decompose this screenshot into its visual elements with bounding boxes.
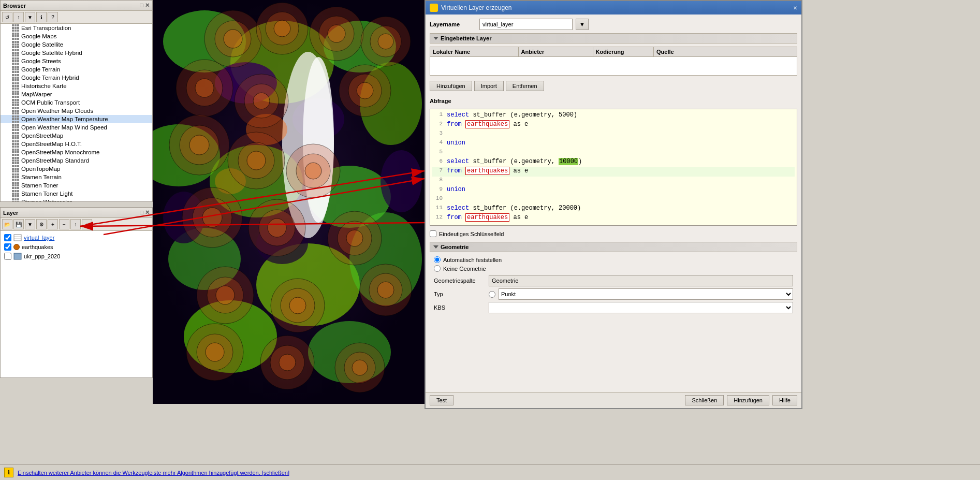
layer-up-btn[interactable]: ↑ [70,219,81,229]
browser-refresh-btn[interactable]: ↺ [2,12,12,22]
layer-item-earthquakes[interactable]: earthquakes [3,242,150,252]
stamen-toner-icon [12,182,19,189]
browser-item-google-satellite[interactable]: Google Satellite [1,40,152,49]
svg-point-21 [381,150,422,212]
col-quelle: Quelle [654,47,797,56]
browser-item-google-terrain[interactable]: Google Terrain [1,65,152,74]
browser-item-osm-standard[interactable]: OpenStreetMap Standard [1,156,152,165]
layer-ukr-checkbox[interactable] [4,253,11,260]
help-btn[interactable]: Hilfe [772,395,797,405]
svg-point-38 [378,34,393,49]
browser-item-owm-temperature[interactable]: Open Weather Map Temperature [1,115,152,123]
status-message[interactable]: Einschalten weiterer Anbieter können die… [18,470,976,476]
browser-item-google-satellite-hybrid[interactable]: Google Satellite Hybrid [1,49,152,57]
layer-open-btn[interactable]: 📂 [2,219,12,229]
geo-type-row: Typ Punkt [434,288,793,300]
svg-point-62 [268,219,286,237]
browser-filter-btn[interactable]: ▼ [25,12,35,22]
browser-item-owm-clouds[interactable]: Open Weather Map Clouds [1,107,152,115]
browser-toolbar: ↺ ↑ ▼ ℹ ? [1,11,152,24]
layer-remove-btn[interactable]: − [59,219,69,229]
svg-rect-0 [14,235,21,241]
layer-settings-btn[interactable]: ⚙ [36,219,47,229]
query-editor[interactable]: 1 select st_buffer (e.geometry, 5000) 2 … [430,109,797,226]
browser-item-stamen-toner[interactable]: Stamen Toner [1,181,152,190]
layer-name-dropdown-btn[interactable]: ▼ [576,19,589,30]
query-line-7: 7 from earthquakes as e [432,167,795,177]
browser-item-esri-transportation[interactable]: Esri Transportation [1,24,152,32]
layer-earthquakes-icon [13,244,20,250]
geo-col-input[interactable] [489,275,793,286]
browser-item-google-streets[interactable]: Google Streets [1,57,152,65]
ocm-icon [12,99,19,106]
browser-item-owm-wind[interactable]: Open Weather Map Wind Speed [1,123,152,132]
map-area[interactable] [153,0,425,404]
browser-minimize-btn[interactable]: □ [140,2,143,9]
browser-item-historische-karte[interactable]: Historische Karte [1,82,152,90]
close-btn[interactable]: Schließen [685,395,724,405]
query-line-4: 4 union [432,139,795,149]
browser-collapse-btn[interactable]: ↑ [13,12,24,22]
svg-point-32 [274,20,290,37]
geo-type-radio[interactable] [489,291,495,298]
svg-point-65 [346,230,363,246]
browser-item-osm-hot[interactable]: OpenStreetMap H.O.T. [1,140,152,148]
layer-titlebar: Layer □ ✕ [1,208,152,218]
browser-item-opentopomap[interactable]: OpenTopoMap [1,165,152,173]
embedded-section-label: Eingebettete Layer [441,35,491,41]
test-btn[interactable]: Test [430,395,454,405]
osm-mono-icon [12,149,19,156]
layer-item-ukr[interactable]: ukr_ppp_2020 [3,252,150,261]
unique-key-checkbox[interactable] [430,230,436,237]
browser-close-btn[interactable]: ✕ [145,2,150,9]
layer-ukr-icon [13,253,22,260]
browser-item-stamen-toner-light[interactable]: Stamen Toner Light [1,190,152,198]
geo-kbs-select[interactable] [489,302,793,313]
geo-type-select[interactable]: Punkt [499,288,793,300]
table-body [430,57,797,75]
layer-close-btn[interactable]: ✕ [145,209,150,216]
layer-name-input[interactable] [479,19,573,30]
browser-item-osm-mono[interactable]: OpenStreetMap Monochrome [1,148,152,156]
embedded-table: Lokaler Name Anbieter Kodierung Quelle [430,47,797,76]
hinzufuegen-btn[interactable]: Hinzufügen [430,81,472,91]
browser-item-mapwarper[interactable]: MapWarper [1,90,152,98]
query-line-1: 1 select st_buffer (e.geometry, 5000) [432,111,795,121]
osm-standard-icon [12,157,19,164]
layer-save-btn[interactable]: 💾 [13,219,24,229]
entfernen-btn[interactable]: Entfernen [506,81,544,91]
opentopomap-icon [12,165,19,172]
table-header: Lokaler Name Anbieter Kodierung Quelle [430,47,797,57]
import-btn[interactable]: Import [474,81,504,91]
radio-auto[interactable] [434,256,441,263]
browser-item-stamen-watercolor[interactable]: Stamen Watercolor [1,198,152,201]
stamen-watercolor-icon [12,198,19,201]
layer-minimize-btn[interactable]: □ [140,209,143,216]
add-bottom-btn[interactable]: Hinzufügen [727,395,769,405]
browser-item-stamen-terrain[interactable]: Stamen Terrain [1,173,152,181]
google-terrain-hybrid-icon [12,74,19,81]
query-label: Abfrage [430,96,797,106]
layer-virtual-checkbox[interactable] [4,234,11,241]
browser-item-google-terrain-hybrid[interactable]: Google Terrain Hybrid [1,74,152,82]
query-line-12: 12 from earthquakes as e [432,214,795,223]
browser-item-google-maps[interactable]: Google Maps [1,32,152,40]
geo-col-label: Geometriespalte [434,278,486,284]
geo-col-row: Geometriespalte [434,275,793,286]
browser-item-ocm[interactable]: OCM Public Transport [1,98,152,107]
radio-none[interactable] [434,265,441,272]
layer-panel: Layer □ ✕ 📂 💾 ▼ ⚙ + − ↑ ↓ virtual_layer [0,207,153,378]
layer-add-btn[interactable]: + [48,219,58,229]
stamen-toner-light-icon [12,190,19,197]
layer-filter-btn[interactable]: ▼ [25,219,35,229]
browser-item-osm[interactable]: OpenStreetMap [1,132,152,140]
browser-help-btn[interactable]: ? [48,12,58,22]
svg-point-41 [195,79,214,97]
dialog-close-btn[interactable]: ✕ [793,5,797,11]
layer-earthquakes-checkbox[interactable] [4,243,11,251]
layer-down-btn[interactable]: ↓ [82,219,92,229]
unique-key-row: Eindeutiges Schlüsselfeld [430,229,797,239]
browser-info-btn[interactable]: ℹ [36,12,47,22]
layer-item-virtual-layer[interactable]: virtual_layer [3,233,150,242]
dialog-bottom-right: Schließen Hinzufügen Hilfe [685,395,797,405]
